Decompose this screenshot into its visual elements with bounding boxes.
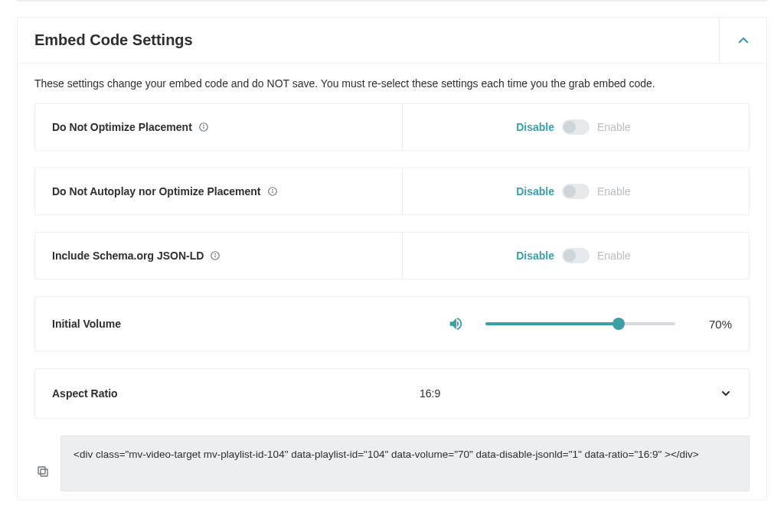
row-do-not-optimize-label-cell: Do Not Optimize Placement xyxy=(35,104,403,150)
toggle-group: Disable Enable xyxy=(420,248,732,263)
include-jsonld-toggle[interactable] xyxy=(562,248,590,263)
row-do-not-autoplay-control: Disable Enable xyxy=(403,168,749,214)
row-aspect-ratio-control: 16:9 xyxy=(403,369,749,418)
aspect-ratio-value: 16:9 xyxy=(420,387,440,400)
chevron-up-icon xyxy=(737,34,750,47)
chevron-down-icon xyxy=(720,387,732,400)
row-initial-volume-label: Initial Volume xyxy=(52,318,121,330)
embed-code-row: <div class="mv-video-target mv-playlist-… xyxy=(34,436,750,491)
embed-code-settings-panel: Embed Code Settings These settings chang… xyxy=(17,17,767,500)
toggle-disable-label: Disable xyxy=(508,121,554,133)
toggle-disable-label: Disable xyxy=(508,250,554,262)
do-not-autoplay-toggle[interactable] xyxy=(562,184,590,199)
row-aspect-ratio-label-cell: Aspect Ratio xyxy=(35,369,403,418)
slider-thumb[interactable] xyxy=(612,318,625,330)
row-aspect-ratio: Aspect Ratio 16:9 xyxy=(34,368,750,419)
svg-point-8 xyxy=(215,253,216,254)
switch-knob xyxy=(564,121,576,133)
row-do-not-autoplay-label-cell: Do Not Autoplay nor Optimize Placement xyxy=(35,168,403,214)
slider-fill xyxy=(485,322,619,325)
switch-knob xyxy=(564,185,576,197)
switch-knob xyxy=(564,250,576,262)
row-initial-volume: Initial Volume 70% xyxy=(34,296,750,351)
panel-description: These settings change your embed code an… xyxy=(34,77,750,90)
panel-title: Embed Code Settings xyxy=(34,31,193,48)
row-initial-volume-label-cell: Initial Volume xyxy=(35,297,403,351)
info-icon[interactable] xyxy=(267,186,278,197)
toggle-enable-label: Enable xyxy=(597,121,643,133)
row-do-not-optimize: Do Not Optimize Placement Disable Enable xyxy=(34,103,750,151)
row-do-not-autoplay: Do Not Autoplay nor Optimize Placement D… xyxy=(34,168,750,215)
svg-point-5 xyxy=(272,189,273,190)
row-include-jsonld: Include Schema.org JSON-LD Disable Enabl… xyxy=(34,232,750,279)
volume-slider[interactable] xyxy=(485,316,675,331)
row-include-jsonld-label: Include Schema.org JSON-LD xyxy=(52,250,204,262)
panel-header-title-area: Embed Code Settings xyxy=(18,18,719,63)
svg-point-2 xyxy=(204,125,204,126)
panel-header: Embed Code Settings xyxy=(18,18,766,63)
volume-icon xyxy=(447,315,464,332)
svg-rect-10 xyxy=(38,467,45,474)
aspect-ratio-select[interactable]: 16:9 xyxy=(420,387,732,400)
row-do-not-autoplay-label: Do Not Autoplay nor Optimize Placement xyxy=(52,185,261,197)
panel-collapse-button[interactable] xyxy=(719,18,766,63)
volume-value: 70% xyxy=(697,318,732,331)
svg-rect-9 xyxy=(41,469,47,476)
embed-code-box[interactable]: <div class="mv-video-target mv-playlist-… xyxy=(60,436,750,491)
do-not-optimize-toggle[interactable] xyxy=(562,119,590,135)
volume-control-group: 70% xyxy=(420,315,732,332)
toggle-group: Disable Enable xyxy=(420,119,732,135)
row-do-not-optimize-label: Do Not Optimize Placement xyxy=(52,121,192,133)
row-include-jsonld-label-cell: Include Schema.org JSON-LD xyxy=(35,233,403,279)
toggle-disable-label: Disable xyxy=(508,185,554,197)
toggle-enable-label: Enable xyxy=(597,250,643,262)
info-icon[interactable] xyxy=(210,250,220,261)
row-initial-volume-control: 70% xyxy=(403,297,749,351)
row-do-not-optimize-control: Disable Enable xyxy=(403,104,749,150)
top-spacer xyxy=(17,0,767,2)
page: Embed Code Settings These settings chang… xyxy=(0,0,784,515)
panel-body: These settings change your embed code an… xyxy=(18,63,766,499)
row-include-jsonld-control: Disable Enable xyxy=(403,233,749,279)
row-aspect-ratio-label: Aspect Ratio xyxy=(52,387,118,400)
toggle-enable-label: Enable xyxy=(597,185,643,197)
info-icon[interactable] xyxy=(198,122,209,132)
copy-button[interactable] xyxy=(34,463,51,480)
toggle-group: Disable Enable xyxy=(420,184,732,199)
